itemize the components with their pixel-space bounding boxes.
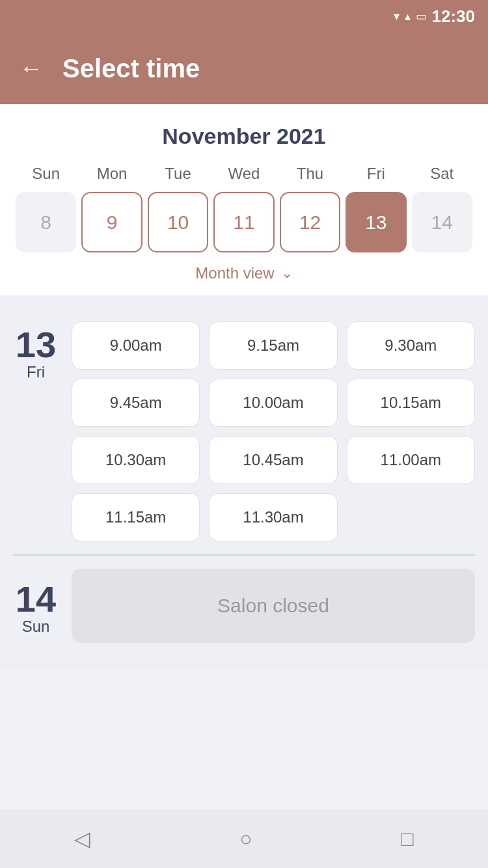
day-label-13: 13 Fri bbox=[13, 321, 59, 381]
day-number-13: 13 bbox=[16, 327, 56, 363]
month-year-label: November 2021 bbox=[13, 124, 475, 149]
app-header: ← Select time bbox=[0, 33, 488, 104]
month-view-toggle[interactable]: Month view ⌄ bbox=[13, 264, 475, 282]
weekday-tue: Tue bbox=[145, 165, 211, 183]
day-9[interactable]: 9 bbox=[81, 192, 142, 252]
time-slot-1015am[interactable]: 10.15am bbox=[347, 379, 475, 427]
weekday-mon: Mon bbox=[79, 165, 144, 183]
wifi-icon: ▾ bbox=[394, 9, 400, 23]
weekday-sat: Sat bbox=[409, 165, 475, 183]
weekday-thu: Thu bbox=[277, 165, 343, 183]
day-8: 8 bbox=[16, 192, 76, 252]
time-slot-945am[interactable]: 9.45am bbox=[72, 379, 200, 427]
salon-closed-message: Salon closed bbox=[72, 569, 475, 643]
day-12[interactable]: 12 bbox=[280, 192, 340, 252]
day-11[interactable]: 11 bbox=[213, 192, 274, 252]
time-slot-1000am[interactable]: 10.00am bbox=[209, 379, 337, 427]
status-bar: ▾ ▴ ▭ 12:30 bbox=[0, 0, 488, 33]
day-name-13: Fri bbox=[27, 363, 45, 381]
time-slot-1045am[interactable]: 10.45am bbox=[209, 436, 337, 484]
back-button[interactable]: ← bbox=[20, 57, 43, 80]
status-icons: ▾ ▴ ▭ 12:30 bbox=[394, 7, 476, 27]
battery-icon: ▭ bbox=[416, 9, 427, 23]
day-block-14: 14 Sun Salon closed bbox=[13, 556, 475, 656]
time-slot-930am[interactable]: 9.30am bbox=[347, 321, 475, 370]
signal-icon: ▴ bbox=[405, 9, 411, 23]
day-block-13: 13 Fri 9.00am 9.15am 9.30am 9.45am 10.00… bbox=[13, 308, 475, 554]
day-label-14: 14 Sun bbox=[13, 576, 59, 636]
weekday-sun: Sun bbox=[13, 165, 79, 183]
time-slot-915am[interactable]: 9.15am bbox=[209, 321, 337, 370]
time-grid-13: 9.00am 9.15am 9.30am 9.45am 10.00am 10.1… bbox=[72, 321, 475, 541]
time-slot-1100am[interactable]: 11.00am bbox=[347, 436, 475, 484]
day-name-14: Sun bbox=[22, 617, 50, 636]
schedule-section: 13 Fri 9.00am 9.15am 9.30am 9.45am 10.00… bbox=[0, 295, 488, 669]
time-slot-1030am[interactable]: 10.30am bbox=[72, 436, 200, 484]
weekday-fri: Fri bbox=[343, 165, 409, 183]
days-row: 8 9 10 11 12 13 14 bbox=[13, 192, 475, 252]
day-10[interactable]: 10 bbox=[148, 192, 208, 252]
time-slot-1130am[interactable]: 11.30am bbox=[209, 493, 337, 541]
status-time: 12:30 bbox=[432, 7, 476, 27]
time-slot-900am[interactable]: 9.00am bbox=[72, 321, 200, 370]
day-14: 14 bbox=[412, 192, 472, 252]
calendar-section: November 2021 Sun Mon Tue Wed Thu Fri Sa… bbox=[0, 104, 488, 295]
weekday-wed: Wed bbox=[211, 165, 277, 183]
nav-home-icon[interactable]: ○ bbox=[239, 827, 252, 851]
page-title: Select time bbox=[62, 54, 200, 83]
month-view-label: Month view bbox=[195, 264, 274, 282]
nav-back-icon[interactable]: ◁ bbox=[74, 826, 90, 851]
bottom-nav: ◁ ○ □ bbox=[0, 809, 488, 868]
chevron-down-icon: ⌄ bbox=[281, 265, 293, 282]
day-number-14: 14 bbox=[16, 581, 56, 617]
time-slot-1115am[interactable]: 11.15am bbox=[72, 493, 200, 541]
weekdays-row: Sun Mon Tue Wed Thu Fri Sat bbox=[13, 165, 475, 183]
nav-recent-icon[interactable]: □ bbox=[401, 827, 413, 851]
day-13[interactable]: 13 bbox=[346, 192, 406, 252]
